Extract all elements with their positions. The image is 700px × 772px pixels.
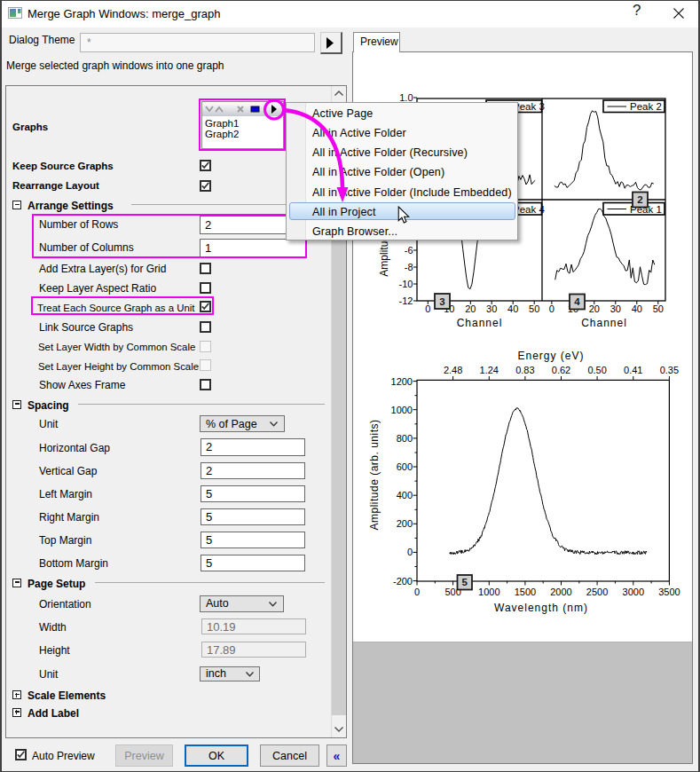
svg-text:3: 3 (439, 296, 444, 307)
svg-text:5: 5 (462, 577, 468, 587)
svg-text:0: 0 (549, 303, 554, 314)
svg-text:1000: 1000 (478, 587, 499, 597)
svg-text:0.83: 0.83 (515, 365, 534, 375)
svg-text:-8: -8 (405, 262, 413, 272)
svg-text:40: 40 (507, 303, 518, 314)
svg-text:30: 30 (610, 303, 621, 314)
svg-text:4: 4 (574, 296, 580, 307)
svg-text:50: 50 (529, 303, 539, 314)
svg-text:800: 800 (397, 433, 413, 444)
svg-text:0.50: 0.50 (587, 365, 606, 375)
svg-text:1500: 1500 (515, 587, 536, 597)
svg-text:Amplitude (arb. units): Amplitude (arb. units) (368, 419, 381, 530)
svg-text:30: 30 (486, 303, 497, 314)
svg-text:20: 20 (465, 303, 476, 314)
svg-text:-12: -12 (399, 295, 413, 306)
svg-text:1200: 1200 (391, 376, 413, 387)
svg-text:0.41: 0.41 (624, 365, 642, 375)
svg-text:2500: 2500 (586, 587, 608, 597)
svg-text:0: 0 (407, 547, 413, 557)
svg-text:-10: -10 (399, 279, 413, 289)
svg-text:0: 0 (414, 587, 420, 597)
svg-text:Channel: Channel (457, 317, 503, 329)
svg-text:Channel: Channel (581, 317, 627, 329)
svg-text:0.62: 0.62 (552, 365, 570, 375)
svg-text:2: 2 (637, 194, 642, 205)
svg-text:3000: 3000 (623, 587, 644, 597)
svg-text:1.24: 1.24 (480, 365, 499, 375)
svg-text:Wavelength (nm): Wavelength (nm) (494, 602, 588, 614)
svg-text:-200: -200 (393, 576, 413, 587)
svg-text:3500: 3500 (658, 587, 680, 597)
svg-text:400: 400 (397, 490, 413, 500)
svg-text:2.48: 2.48 (444, 365, 462, 375)
svg-text:Peak 2: Peak 2 (630, 101, 662, 112)
svg-text:50: 50 (653, 303, 664, 314)
svg-text:-6: -6 (405, 245, 413, 256)
svg-text:20: 20 (589, 303, 600, 314)
svg-text:2000: 2000 (550, 587, 571, 597)
svg-text:0: 0 (425, 303, 430, 314)
svg-text:Energy (eV): Energy (eV) (517, 350, 584, 362)
svg-text:0.35: 0.35 (660, 365, 679, 375)
svg-text:1000: 1000 (391, 405, 413, 415)
svg-text:600: 600 (397, 461, 413, 472)
svg-text:40: 40 (632, 303, 642, 314)
svg-text:200: 200 (397, 518, 413, 529)
